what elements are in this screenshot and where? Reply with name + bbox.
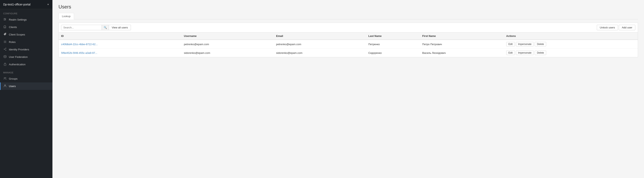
- edit-button[interactable]: Edit: [506, 42, 515, 46]
- sidebar-item-identity-providers[interactable]: Identity Providers: [0, 46, 52, 53]
- tab-lookup[interactable]: Lookup: [58, 13, 74, 19]
- cell-email: petrenko@epam.com: [274, 40, 366, 48]
- svg-point-3: [6, 48, 6, 48]
- users-table: ID Username Email Last Name First Name A…: [59, 32, 638, 57]
- users-group-icon: [3, 77, 7, 81]
- col-header-actions: Actions: [504, 32, 638, 40]
- lock-icon: [3, 62, 7, 66]
- svg-line-7: [5, 50, 6, 50]
- add-user-button[interactable]: Add user: [619, 25, 635, 30]
- sidebar-item-realm-settings-label: Realm Settings: [9, 18, 26, 21]
- svg-line-6: [5, 48, 6, 49]
- svg-point-4: [4, 49, 5, 50]
- sidebar-item-identity-providers-label: Identity Providers: [9, 48, 29, 51]
- sidebar-item-groups-label: Groups: [9, 77, 18, 80]
- impersonate-button[interactable]: Impersonate: [516, 42, 534, 46]
- sliders-icon: [3, 18, 7, 22]
- edit-button[interactable]: Edit: [506, 50, 515, 55]
- puzzle-icon: [3, 25, 7, 29]
- toolbar-left: 🔍 View all users: [61, 25, 131, 30]
- sidebar: Dp-test1-officer-portal ▼ Configure Real…: [0, 0, 52, 178]
- actions-container: EditImpersonateDelete: [506, 42, 635, 46]
- cell-firstname: Василь Леонідович: [420, 48, 504, 57]
- impersonate-button[interactable]: Impersonate: [516, 50, 534, 55]
- cell-firstname: Петро Петрович: [420, 40, 504, 48]
- col-header-username: Username: [182, 32, 274, 40]
- table-row: c40fdbd4-22cc-4bbe-8722-62...petrenko@ep…: [59, 40, 638, 48]
- toolbar-right: Unlock users Add user: [597, 25, 635, 30]
- tabs-bar: Lookup: [58, 13, 638, 19]
- cell-lastname: Петренко: [366, 40, 420, 48]
- tag-icon: [3, 33, 7, 36]
- configure-section-label: Configure: [0, 9, 52, 16]
- col-header-lastname: Last Name: [366, 32, 420, 40]
- svg-rect-2: [5, 20, 5, 20]
- user-id-link[interactable]: 5f9e452b-5f49-455c-a3a9-97...: [61, 52, 97, 54]
- sidebar-item-users-label: Users: [9, 85, 16, 88]
- sidebar-item-groups[interactable]: Groups: [0, 75, 52, 82]
- col-header-id: ID: [59, 32, 182, 40]
- manage-section-label: Manage: [0, 68, 52, 75]
- list-icon: [3, 40, 7, 44]
- cell-email: sidorenko@epam.com: [274, 48, 366, 57]
- user-icon: [3, 84, 7, 88]
- table-row: 5f9e452b-5f49-455c-a3a9-97...sidorenko@e…: [59, 48, 638, 57]
- toolbar: 🔍 View all users Unlock users Add user: [58, 22, 638, 32]
- users-table-wrapper: ID Username Email Last Name First Name A…: [58, 32, 638, 57]
- delete-button[interactable]: Delete: [535, 50, 546, 55]
- svg-rect-0: [4, 18, 5, 19]
- sidebar-item-authentication-label: Authentication: [9, 63, 26, 66]
- sidebar-item-clients[interactable]: Clients: [0, 24, 52, 31]
- sidebar-item-client-scopes[interactable]: Client Scopes: [0, 31, 52, 38]
- svg-rect-1: [5, 19, 6, 20]
- page-title: Users: [58, 4, 638, 10]
- svg-point-10: [4, 78, 5, 78]
- cell-actions: EditImpersonateDelete: [504, 48, 638, 57]
- svg-point-8: [4, 56, 6, 56]
- actions-container: EditImpersonateDelete: [506, 50, 635, 55]
- realm-name: Dp-test1-officer-portal: [3, 3, 30, 6]
- user-id-link[interactable]: c40fdbd4-22cc-4bbe-8722-62...: [61, 43, 98, 46]
- cell-lastname: Сидоренко: [366, 48, 420, 57]
- sidebar-item-authentication[interactable]: Authentication: [0, 61, 52, 68]
- cell-actions: EditImpersonateDelete: [504, 40, 638, 48]
- search-button[interactable]: 🔍: [102, 25, 109, 30]
- col-header-firstname: First Name: [420, 32, 504, 40]
- sidebar-item-roles[interactable]: Roles: [0, 38, 52, 46]
- search-wrapper: 🔍: [61, 25, 109, 30]
- cell-username: petrenko@epam.com: [182, 40, 274, 48]
- sidebar-item-user-federation-label: User Federation: [9, 56, 28, 58]
- main-content: Users Lookup 🔍 View all users Unlock use…: [52, 0, 644, 178]
- svg-point-5: [6, 50, 6, 50]
- database-icon: [3, 55, 7, 59]
- sidebar-item-users[interactable]: Users: [0, 82, 52, 90]
- sidebar-item-realm-settings[interactable]: Realm Settings: [0, 16, 52, 24]
- sidebar-item-clients-label: Clients: [9, 26, 17, 29]
- view-all-users-button[interactable]: View all users: [109, 25, 131, 30]
- table-header-row: ID Username Email Last Name First Name A…: [59, 32, 638, 40]
- svg-point-11: [5, 78, 6, 78]
- unlock-users-button[interactable]: Unlock users: [597, 25, 618, 30]
- cell-id: c40fdbd4-22cc-4bbe-8722-62...: [59, 40, 182, 48]
- share-icon: [3, 48, 7, 52]
- realm-selector[interactable]: Dp-test1-officer-portal ▼: [0, 0, 52, 9]
- svg-point-12: [4, 85, 6, 86]
- sidebar-item-user-federation[interactable]: User Federation: [0, 53, 52, 61]
- cell-id: 5f9e452b-5f49-455c-a3a9-97...: [59, 48, 182, 57]
- chevron-down-icon: ▼: [47, 3, 49, 6]
- sidebar-item-roles-label: Roles: [9, 40, 16, 44]
- cell-username: sidorenko@epam.com: [182, 48, 274, 57]
- col-header-email: Email: [274, 32, 366, 40]
- delete-button[interactable]: Delete: [535, 42, 546, 46]
- sidebar-item-client-scopes-label: Client Scopes: [9, 33, 25, 36]
- search-input[interactable]: [61, 25, 102, 30]
- svg-rect-9: [4, 64, 6, 66]
